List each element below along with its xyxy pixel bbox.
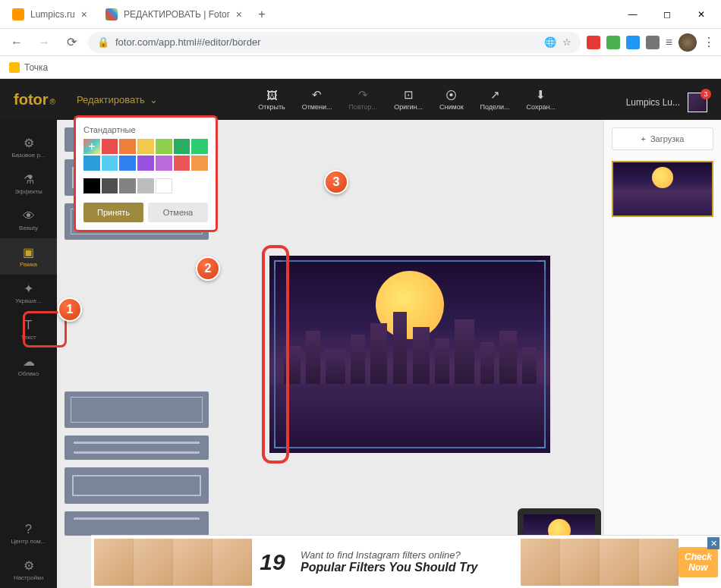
open-button[interactable]: 🖼Открыть [258,88,285,111]
save-button[interactable]: ⬇Сохран... [527,88,556,111]
image-content [269,256,550,453]
accept-button[interactable]: Принять [83,203,143,222]
original-button[interactable]: ⊡Оригин... [394,88,423,111]
annotation-highlight-3 [262,245,289,464]
color-swatch[interactable] [119,178,136,193]
image-thumbnail[interactable] [612,161,713,217]
color-swatch[interactable] [156,139,172,154]
color-swatch[interactable] [191,156,208,171]
left-sidebar: ⚙Базовое р... ⚗Эффекты 👁Beauty ▣Рамка ✦У… [0,120,57,588]
fotor-logo[interactable]: fotor ® [14,91,55,108]
cancel-button[interactable]: Отмена [148,203,208,222]
color-swatch[interactable] [102,139,118,154]
upload-button[interactable]: + Загрузка [612,127,713,150]
close-icon[interactable]: × [81,8,87,20]
user-area[interactable]: Lumpics Lu... 3 [626,93,707,112]
color-swatch[interactable] [102,178,118,193]
color-swatch[interactable] [191,139,208,154]
frame-preset[interactable] [65,435,209,460]
color-swatch[interactable] [119,156,136,171]
sidebar-item-settings[interactable]: ⚙Настройки [0,552,57,588]
ad-number: 19 [252,539,293,586]
color-swatch[interactable] [137,178,154,193]
redo-button[interactable]: ↷Повтор... [349,88,378,111]
sidebar-item-basic[interactable]: ⚙Базовое р... [0,129,57,165]
extension-icon[interactable] [646,36,660,49]
color-swatch[interactable] [83,178,100,193]
sidebar-item-text[interactable]: TТекст [0,311,57,347]
color-swatch[interactable] [156,156,172,171]
sidebar-item-effects[interactable]: ⚗Эффекты [0,165,57,202]
color-swatch[interactable] [119,139,136,154]
action-label: Снимок [439,103,464,111]
snapshot-button[interactable]: ⦿Снимок [439,88,464,111]
save-icon: ⬇ [534,88,548,102]
favicon-fotor [105,8,118,20]
ad-text: Want to find Instagram filters online? P… [293,549,521,574]
ad-cta-button[interactable]: Check Now [678,547,718,577]
canvas-image[interactable] [269,256,550,453]
profile-avatar[interactable] [678,33,697,52]
tab-title: Lumpics.ru [30,9,75,20]
ad-close-button[interactable]: ✕ [707,537,719,549]
sidebar-item-cloud[interactable]: ☁Облако [0,347,57,384]
action-label: Отмени... [302,103,332,111]
reading-list-icon[interactable]: ≡ [666,36,672,49]
bookmark-label: Точка [24,62,48,73]
close-button[interactable]: ✕ [684,3,718,26]
color-swatch[interactable] [156,178,172,193]
extension-icon[interactable] [606,36,620,49]
frame-preset[interactable] [65,467,209,504]
new-tab-button[interactable]: + [251,4,272,25]
color-swatch[interactable] [174,156,190,171]
sidebar-item-help[interactable]: ?Центр пом... [0,515,57,552]
add-color-button[interactable]: + [83,139,100,154]
extension-icon[interactable] [626,36,640,49]
favicon-lumpics [12,8,24,20]
star-icon: ✦ [24,281,33,296]
action-label: Сохран... [527,103,556,111]
frame-preset[interactable] [65,511,209,536]
redo-icon: ↷ [356,88,370,102]
color-swatch[interactable] [137,139,154,154]
url-text: fotor.com/app.html#/editor/border [115,36,538,48]
text-icon: T [25,319,33,332]
sidebar-item-frame[interactable]: ▣Рамка [0,238,57,275]
top-actions: 🖼Открыть ↶Отмени... ↷Повтор... ⊡Оригин..… [258,88,556,111]
sidebar-item-decorate[interactable]: ✦Украше... [0,275,57,311]
browser-tab-lumpics[interactable]: Lumpics.ru × [3,2,96,27]
share-button[interactable]: ↗Подели... [480,88,510,111]
browser-tab-fotor[interactable]: РЕДАКТИРОВАТЬ | Fotor × [96,2,251,27]
annotation-marker-1: 1 [58,297,82,322]
frame-preset[interactable] [65,391,209,428]
image-icon: 🖼 [265,88,279,102]
menu-icon[interactable]: ⋮ [703,35,715,49]
forward-button[interactable]: → [33,32,55,53]
star-icon[interactable]: ☆ [562,36,571,48]
right-panel: + Загрузка 🗑 Очистить все [603,120,721,588]
undo-button[interactable]: ↶Отмени... [302,88,332,111]
color-swatch[interactable] [137,156,154,171]
sliders-icon: ⚙ [24,136,34,150]
original-icon: ⊡ [401,88,415,102]
close-icon[interactable]: × [236,8,242,20]
edit-dropdown[interactable]: Редактировать ⌄ [77,94,158,105]
ad-headline: Want to find Instagram filters online? [301,549,513,561]
ad-images [521,539,678,586]
color-swatch[interactable] [83,156,100,171]
sidebar-item-beauty[interactable]: 👁Beauty [0,202,57,238]
ad-banner[interactable]: 19 Want to find Instagram filters online… [91,535,721,588]
maximize-button[interactable]: ◻ [650,3,684,26]
reload-button[interactable]: ⟳ [61,32,82,53]
minimize-button[interactable]: — [616,3,650,26]
bookmark-item[interactable]: Точка [9,62,48,73]
action-label: Оригин... [394,103,423,111]
eye-icon: 👁 [23,209,35,223]
translate-icon[interactable]: 🌐 [544,36,556,48]
cta-text: Now [688,562,707,573]
color-swatch[interactable] [102,156,118,171]
extension-icon[interactable] [587,36,600,49]
color-swatch[interactable] [174,139,190,154]
address-bar[interactable]: 🔒 fotor.com/app.html#/editor/border 🌐 ☆ [88,32,581,53]
back-button[interactable]: ← [6,32,27,53]
